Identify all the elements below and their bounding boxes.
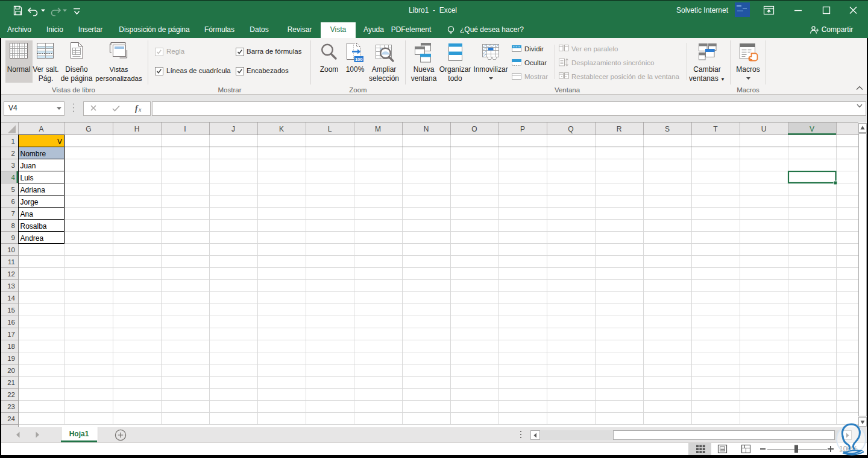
svg-text:6: 6: [11, 198, 15, 205]
svg-text:5: 5: [11, 186, 15, 193]
svg-text:J: J: [231, 125, 235, 133]
svg-text:24: 24: [7, 415, 15, 422]
svg-text:O: O: [471, 125, 477, 133]
svg-text:9: 9: [11, 234, 15, 241]
svg-text:100: 100: [355, 57, 363, 62]
svg-text:22: 22: [7, 391, 15, 398]
svg-text:14: 14: [7, 294, 15, 302]
svg-text:G: G: [86, 125, 91, 133]
svg-text:V: V: [57, 138, 62, 146]
svg-text:12: 12: [7, 270, 15, 278]
svg-text:Juan: Juan: [20, 162, 36, 170]
svg-text:21: 21: [7, 379, 15, 386]
svg-text:Adriana: Adriana: [20, 186, 46, 194]
svg-text:20: 20: [7, 367, 15, 374]
svg-text:18: 18: [7, 343, 15, 350]
svg-text:10: 10: [7, 246, 15, 253]
svg-text:V: V: [810, 125, 814, 133]
svg-text:23: 23: [7, 403, 15, 410]
svg-text:S: S: [665, 125, 670, 133]
svg-text:H: H: [134, 125, 140, 133]
svg-text:P: P: [520, 125, 525, 133]
svg-text:17: 17: [7, 331, 15, 338]
svg-text:3: 3: [11, 162, 15, 169]
svg-text:8: 8: [11, 222, 15, 229]
svg-text:2: 2: [11, 150, 15, 157]
svg-text:Q: Q: [568, 125, 573, 133]
svg-text:15: 15: [7, 307, 15, 314]
svg-text:Luis: Luis: [20, 174, 34, 182]
svg-text:Nombre: Nombre: [20, 150, 46, 158]
svg-text:19: 19: [7, 355, 15, 362]
svg-text:U: U: [761, 125, 767, 133]
svg-text:Ana: Ana: [20, 210, 34, 218]
svg-text:1: 1: [11, 138, 15, 145]
svg-text:13: 13: [7, 282, 15, 290]
svg-text:R: R: [617, 125, 622, 133]
svg-text:L: L: [328, 125, 332, 133]
svg-text:A: A: [39, 125, 43, 133]
svg-text:x: x: [138, 106, 142, 113]
svg-text:N: N: [424, 125, 429, 133]
svg-text:7: 7: [11, 210, 15, 217]
svg-text:K: K: [279, 125, 284, 133]
svg-text:Jorge: Jorge: [20, 198, 39, 206]
svg-text:Rosalba: Rosalba: [20, 222, 47, 231]
svg-text:4: 4: [11, 174, 16, 181]
svg-text:T: T: [713, 125, 718, 133]
svg-text:M: M: [375, 125, 381, 133]
svg-text:16: 16: [7, 319, 15, 326]
svg-text:11: 11: [8, 258, 15, 266]
svg-text:Andrea: Andrea: [20, 234, 44, 243]
svg-text:I: I: [184, 125, 186, 133]
